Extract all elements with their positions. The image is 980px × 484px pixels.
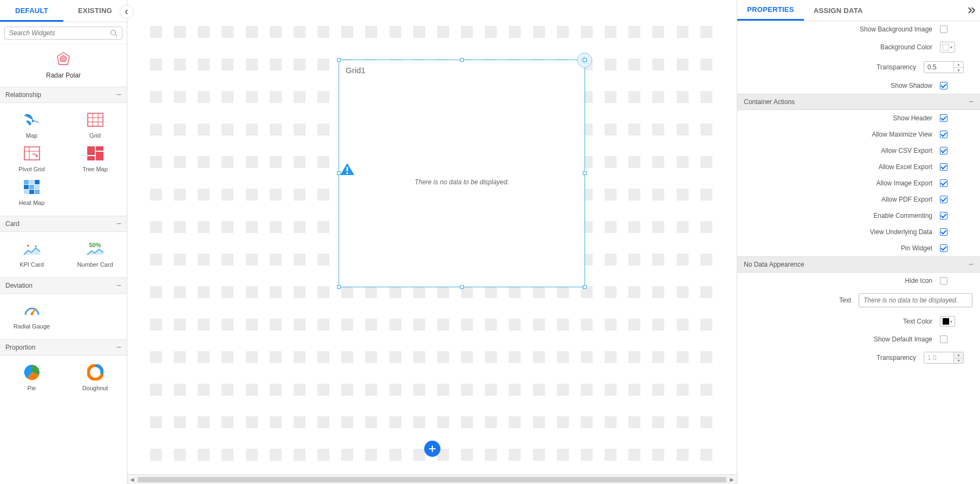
resize-handle[interactable] bbox=[337, 58, 341, 62]
checkbox-allow-csv[interactable] bbox=[940, 147, 947, 154]
transparency-field[interactable] bbox=[924, 62, 953, 73]
nodata-transparency-field[interactable] bbox=[924, 352, 953, 363]
no-data-text-input[interactable] bbox=[859, 293, 972, 307]
color-picker-bg[interactable]: ▾ bbox=[940, 42, 955, 53]
tab-properties[interactable]: PROPERTIES bbox=[737, 0, 804, 21]
group-title: Deviation bbox=[5, 282, 33, 289]
section-title: No Data Appearence bbox=[744, 261, 804, 268]
prop-hide-icon: Hide Icon bbox=[737, 273, 980, 289]
tab-existing[interactable]: EXISTING bbox=[63, 0, 127, 22]
svg-rect-23 bbox=[24, 190, 29, 194]
widget-list[interactable]: Radar Polar Relationship − Map Grid Pivo… bbox=[0, 44, 127, 484]
horizontal-scrollbar[interactable]: ◄ ► bbox=[127, 474, 737, 484]
svg-rect-18 bbox=[29, 180, 34, 184]
group-card-items: KPI Card 50% Number Card bbox=[0, 232, 127, 278]
prop-bg-color: Background Color ▾ bbox=[737, 37, 980, 57]
checkbox-view-underlying[interactable] bbox=[940, 228, 947, 236]
prop-label: Text Color bbox=[745, 318, 940, 325]
group-title: Proportion bbox=[5, 344, 35, 351]
checkbox-enable-commenting[interactable] bbox=[940, 212, 947, 220]
widget-grid[interactable]: Grid bbox=[63, 111, 127, 139]
prop-allow-image: Allow Image Export bbox=[737, 175, 980, 191]
resize-handle[interactable] bbox=[337, 285, 341, 289]
widget-map[interactable]: Map bbox=[0, 111, 63, 139]
group-relationship[interactable]: Relationship − bbox=[0, 87, 127, 103]
checkbox-hide-icon[interactable] bbox=[940, 277, 947, 285]
widget-label: Heat Map bbox=[0, 199, 63, 206]
transparency-input[interactable]: ▲▼ bbox=[924, 61, 964, 73]
widget-pivot-grid[interactable]: Pivot Grid bbox=[0, 144, 63, 172]
prop-label: Enable Commenting bbox=[745, 212, 940, 220]
group-card[interactable]: Card − bbox=[0, 216, 127, 232]
svg-rect-33 bbox=[347, 167, 348, 171]
properties-body[interactable]: Show Background Image Background Color ▾… bbox=[737, 21, 980, 484]
group-deviation-items: Radial Gauge bbox=[0, 294, 127, 339]
resize-handle[interactable] bbox=[583, 58, 587, 62]
widget-label: Radar Polar bbox=[0, 72, 127, 79]
no-data-message: There is no data to be displayed. bbox=[339, 162, 585, 186]
widget-tree-map[interactable]: Tree Map bbox=[63, 144, 127, 172]
canvas-scroll[interactable]: Grid1 There is no data to be displayed. bbox=[127, 0, 737, 473]
collapse-left-button[interactable] bbox=[120, 5, 134, 19]
widget-heat-map[interactable]: Heat Map bbox=[0, 178, 63, 206]
checkbox-show-bg-image[interactable] bbox=[940, 25, 947, 33]
warning-icon bbox=[339, 162, 355, 176]
spin-up[interactable]: ▲ bbox=[954, 62, 963, 67]
checkbox-allow-excel[interactable] bbox=[940, 163, 947, 171]
checkbox-allow-image[interactable] bbox=[940, 179, 947, 187]
scroll-left-button[interactable]: ◄ bbox=[127, 476, 137, 483]
prop-label: Show Shadow bbox=[745, 82, 940, 89]
widget-kpi-card[interactable]: KPI Card bbox=[0, 240, 63, 268]
collapse-icon: − bbox=[116, 283, 121, 288]
scroll-right-button[interactable]: ► bbox=[727, 476, 737, 483]
heat-map-icon bbox=[23, 178, 41, 196]
resize-handle[interactable] bbox=[460, 285, 464, 289]
svg-marker-12 bbox=[35, 156, 38, 157]
group-proportion[interactable]: Proportion − bbox=[0, 339, 127, 356]
canvas-widget-grid1[interactable]: Grid1 There is no data to be displayed. bbox=[339, 60, 585, 287]
widget-label: Pie bbox=[0, 385, 63, 391]
svg-line-1 bbox=[115, 35, 118, 37]
widget-doughnut[interactable]: Doughnut bbox=[63, 363, 127, 391]
resize-handle[interactable] bbox=[337, 171, 341, 175]
checkbox-show-default-image[interactable] bbox=[940, 335, 947, 343]
spin-down[interactable]: ▼ bbox=[954, 358, 963, 364]
group-proportion-items: Pie Doughnut bbox=[0, 356, 127, 401]
scroll-thumb[interactable] bbox=[138, 477, 726, 482]
spin-up[interactable]: ▲ bbox=[954, 352, 963, 358]
checkbox-show-shadow[interactable] bbox=[940, 82, 947, 89]
checkbox-show-header[interactable] bbox=[940, 114, 947, 122]
add-widget-button[interactable] bbox=[424, 441, 440, 457]
search-box[interactable] bbox=[4, 27, 122, 40]
svg-marker-3 bbox=[60, 55, 67, 62]
collapse-icon: − bbox=[116, 92, 121, 98]
prop-label: View Underlying Data bbox=[745, 228, 940, 236]
pie-icon bbox=[23, 363, 41, 382]
checkbox-pin-widget[interactable] bbox=[940, 244, 947, 252]
checkbox-allow-maximize[interactable] bbox=[940, 131, 947, 138]
color-picker-text[interactable]: ▾ bbox=[940, 316, 955, 327]
tab-default[interactable]: DEFAULT bbox=[0, 0, 63, 22]
widget-radial-gauge[interactable]: Radial Gauge bbox=[0, 301, 63, 330]
search-input[interactable] bbox=[9, 29, 110, 37]
canvas-inner[interactable]: Grid1 There is no data to be displayed. bbox=[127, 0, 737, 473]
scroll-track[interactable] bbox=[138, 477, 726, 482]
tab-assign-data[interactable]: ASSIGN DATA bbox=[804, 1, 873, 20]
collapse-icon: − bbox=[969, 99, 973, 105]
group-deviation[interactable]: Deviation − bbox=[0, 278, 127, 294]
resize-handle[interactable] bbox=[583, 171, 587, 175]
group-relationship-items: Map Grid Pivot Grid Tree Map Heat Map bbox=[0, 103, 127, 216]
prop-show-bg-image: Show Background Image bbox=[737, 21, 980, 37]
checkbox-allow-pdf[interactable] bbox=[940, 196, 947, 203]
nodata-transparency-input[interactable]: ▲▼ bbox=[924, 352, 964, 364]
spin-down[interactable]: ▼ bbox=[954, 67, 963, 73]
widget-number-card[interactable]: 50% Number Card bbox=[63, 240, 127, 268]
resize-handle[interactable] bbox=[460, 58, 464, 62]
widget-radar-polar[interactable]: Radar Polar bbox=[0, 44, 127, 87]
prop-label: Transparency bbox=[745, 354, 924, 362]
section-container-actions[interactable]: Container Actions − bbox=[737, 94, 980, 110]
resize-handle[interactable] bbox=[583, 285, 587, 289]
section-no-data-appearance[interactable]: No Data Appearence − bbox=[737, 256, 980, 273]
expand-right-button[interactable] bbox=[964, 2, 980, 18]
widget-pie[interactable]: Pie bbox=[0, 363, 63, 391]
